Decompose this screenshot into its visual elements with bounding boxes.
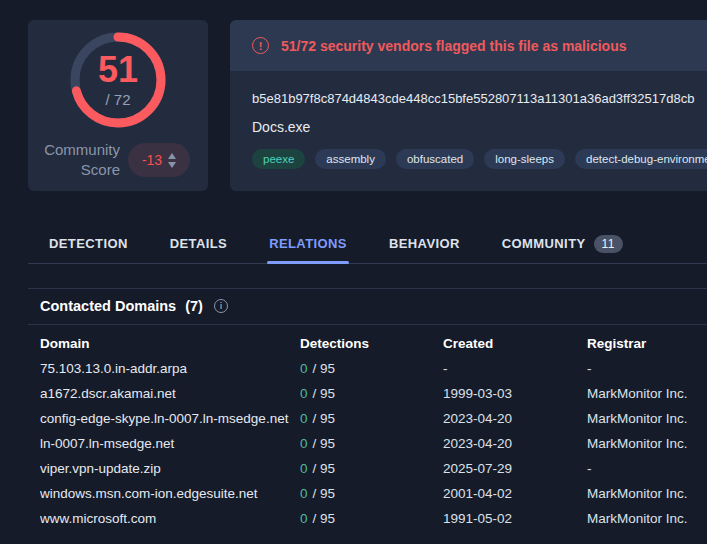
column-header-registrar: Registrar xyxy=(587,336,707,351)
section-header-divider xyxy=(28,324,707,325)
domain-link[interactable]: www.microsoft.com xyxy=(40,511,300,526)
detections-cell: 0/ 95 xyxy=(300,486,443,501)
detections-total: / 95 xyxy=(313,411,336,426)
registrar-name: - xyxy=(587,361,707,376)
registrar-name: - xyxy=(587,461,707,476)
created-date: 1999-03-03 xyxy=(443,386,587,401)
table-row: windows.msn.com-ion.edgesuite.net 0/ 95 … xyxy=(40,481,707,506)
registrar-name: MarkMonitor Inc. xyxy=(587,386,707,401)
created-date: 2001-04-02 xyxy=(443,486,587,501)
section-title: Contacted Domains xyxy=(40,298,176,314)
alert-icon: ! xyxy=(252,37,269,54)
contacted-domains-table: Domain Detections Created Registrar 75.1… xyxy=(40,331,707,531)
section-top-divider xyxy=(28,288,707,289)
registrar-name: MarkMonitor Inc. xyxy=(587,436,707,451)
domain-link[interactable]: viper.vpn-update.zip xyxy=(40,461,300,476)
detections-positives: 0 xyxy=(300,436,308,451)
tag-detect-debug-environment[interactable]: detect-debug-environment xyxy=(575,149,707,169)
detections-cell: 0/ 95 xyxy=(300,511,443,526)
detections-total: / 95 xyxy=(313,511,336,526)
vote-badge[interactable]: -13 xyxy=(128,143,190,177)
detections-total: / 95 xyxy=(313,386,336,401)
tag-obfuscated[interactable]: obfuscated xyxy=(396,149,474,169)
domain-link[interactable]: windows.msn.com-ion.edgesuite.net xyxy=(40,486,300,501)
column-header-created: Created xyxy=(443,336,587,351)
tab-behavior[interactable]: BEHAVIOR xyxy=(387,224,462,263)
tag-peexe[interactable]: peexe xyxy=(252,149,305,169)
detections-positives: 0 xyxy=(300,511,308,526)
registrar-name: MarkMonitor Inc. xyxy=(587,511,707,526)
tab-detection[interactable]: DETECTION xyxy=(47,224,130,263)
file-summary-card: ! 51/72 security vendors flagged this fi… xyxy=(230,20,707,191)
section-count: (7) xyxy=(185,298,203,314)
table-body: 75.103.13.0.in-addr.arpa 0/ 95 - - a1672… xyxy=(40,356,707,531)
vote-down-icon[interactable] xyxy=(168,162,176,168)
detections-cell: 0/ 95 xyxy=(300,411,443,426)
table-row: ln-0007.ln-msedge.net 0/ 95 2023-04-20 M… xyxy=(40,431,707,456)
detections-positives: 0 xyxy=(300,361,308,376)
detections-total: / 95 xyxy=(313,436,336,451)
detections-total: / 95 xyxy=(313,461,336,476)
table-row: config-edge-skype.ln-0007.ln-msedge.net … xyxy=(40,406,707,431)
detections-positives: 0 xyxy=(300,486,308,501)
table-row: 75.103.13.0.in-addr.arpa 0/ 95 - - xyxy=(40,356,707,381)
table-row: a1672.dscr.akamai.net 0/ 95 1999-03-03 M… xyxy=(40,381,707,406)
domain-link[interactable]: ln-0007.ln-msedge.net xyxy=(40,436,300,451)
tab-relations[interactable]: RELATIONS xyxy=(267,224,349,263)
info-icon[interactable]: i xyxy=(214,299,228,313)
created-date: 1991-05-02 xyxy=(443,511,587,526)
registrar-name: MarkMonitor Inc. xyxy=(587,486,707,501)
file-hash: b5e81b97f8c874d4843cde448cc15bfe55280711… xyxy=(252,91,707,106)
tab-details[interactable]: DETAILS xyxy=(168,224,229,263)
community-score-label: Community Score xyxy=(44,140,120,181)
tab-bar: DETECTION DETAILS RELATIONS BEHAVIOR COM… xyxy=(28,224,707,264)
table-row: www.microsoft.com 0/ 95 1991-05-02 MarkM… xyxy=(40,506,707,531)
score-footer: Community Score -13 xyxy=(28,141,208,179)
score-value: 51 xyxy=(98,52,138,88)
domain-link[interactable]: 75.103.13.0.in-addr.arpa xyxy=(40,361,300,376)
gauge-text: 51 / 72 xyxy=(68,30,168,130)
created-date: - xyxy=(443,361,587,376)
detections-positives: 0 xyxy=(300,461,308,476)
column-header-detections: Detections xyxy=(300,336,443,351)
table-header-row: Domain Detections Created Registrar xyxy=(40,331,707,356)
community-count-badge: 11 xyxy=(594,235,623,253)
vote-count: -13 xyxy=(142,152,162,168)
detections-cell: 0/ 95 xyxy=(300,461,443,476)
score-card: 51 / 72 Community Score -13 xyxy=(28,20,208,191)
detections-cell: 0/ 95 xyxy=(300,386,443,401)
domain-link[interactable]: a1672.dscr.akamai.net xyxy=(40,386,300,401)
detections-total: / 95 xyxy=(313,486,336,501)
detections-positives: 0 xyxy=(300,386,308,401)
table-row: viper.vpn-update.zip 0/ 95 2025-07-29 - xyxy=(40,456,707,481)
registrar-name: MarkMonitor Inc. xyxy=(587,411,707,426)
detections-cell: 0/ 95 xyxy=(300,361,443,376)
vote-arrows xyxy=(168,153,176,168)
virustotal-file-report: 51 / 72 Community Score -13 ! 51/72 secu… xyxy=(0,0,707,544)
tag-long-sleeps[interactable]: long-sleeps xyxy=(484,149,565,169)
created-date: 2023-04-20 xyxy=(443,436,587,451)
community-score-gauge: 51 / 72 xyxy=(68,30,168,130)
file-name: Docs.exe xyxy=(252,119,707,135)
detections-positives: 0 xyxy=(300,411,308,426)
detections-total: / 95 xyxy=(313,361,336,376)
created-date: 2025-07-29 xyxy=(443,461,587,476)
tag-list: peexe assembly obfuscated long-sleeps de… xyxy=(252,149,707,169)
tag-assembly[interactable]: assembly xyxy=(315,149,386,169)
created-date: 2023-04-20 xyxy=(443,411,587,426)
tab-community[interactable]: COMMUNITY 11 xyxy=(500,224,625,263)
detections-cell: 0/ 95 xyxy=(300,436,443,451)
domain-link[interactable]: config-edge-skype.ln-0007.ln-msedge.net xyxy=(40,411,300,426)
malicious-banner: ! 51/72 security vendors flagged this fi… xyxy=(230,20,707,71)
contacted-domains-header: Contacted Domains (7) i xyxy=(40,298,228,314)
banner-text: 51/72 security vendors flagged this file… xyxy=(281,38,626,54)
column-header-domain: Domain xyxy=(40,336,300,351)
vote-up-icon[interactable] xyxy=(168,153,176,159)
score-max: / 72 xyxy=(105,91,130,108)
